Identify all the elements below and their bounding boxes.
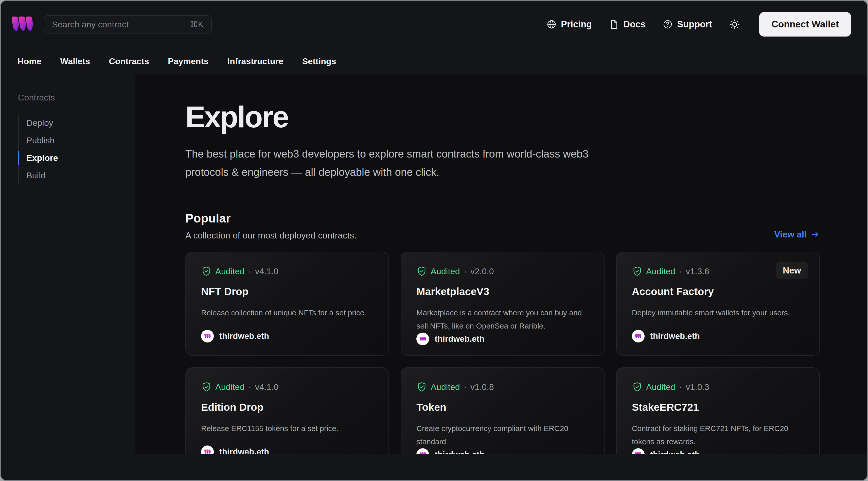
version-label: v1.3.6 — [686, 266, 709, 276]
contract-card-nft-drop[interactable]: Audited · v4.1.0 NFT Drop Release collec… — [185, 252, 389, 356]
shield-check-icon — [201, 382, 212, 392]
card-description: Deploy immutable smart wallets for your … — [632, 306, 804, 320]
sidebar-item-build[interactable]: Build — [19, 167, 125, 184]
shield-check-icon — [416, 382, 427, 392]
audited-badge: Audited — [632, 266, 675, 276]
dot-separator: · — [248, 266, 251, 276]
version-label: v1.0.3 — [686, 382, 709, 392]
card-title: NFT Drop — [201, 285, 373, 298]
tab-home[interactable]: Home — [18, 56, 41, 66]
arrow-right-icon — [811, 230, 820, 239]
thirdweb-mini-logo-icon — [204, 334, 211, 338]
tab-payments[interactable]: Payments — [168, 56, 209, 66]
contract-card-marketplacev3[interactable]: Audited · v2.0.0 MarketplaceV3 Marketpla… — [401, 252, 604, 356]
publisher-link[interactable]: thirdweb.eth — [416, 333, 589, 345]
page-title: Explore — [185, 100, 820, 134]
audited-label: Audited — [215, 266, 244, 276]
shield-check-icon — [416, 266, 427, 276]
publisher-name: thirdweb.eth — [219, 447, 269, 454]
tab-wallets[interactable]: Wallets — [60, 56, 90, 66]
sidebar-item-publish[interactable]: Publish — [19, 132, 125, 149]
support-link[interactable]: Support — [662, 19, 712, 30]
sun-icon — [729, 19, 740, 30]
audited-label: Audited — [646, 266, 675, 276]
tab-settings[interactable]: Settings — [302, 56, 336, 66]
publisher-name: thirdweb.eth — [650, 331, 700, 341]
thirdweb-mini-logo-icon — [635, 334, 642, 338]
tab-contracts[interactable]: Contracts — [109, 56, 149, 66]
version-label: v1.0.8 — [470, 382, 494, 392]
shield-check-icon — [632, 266, 643, 276]
dot-separator: · — [679, 382, 682, 392]
publisher-link[interactable]: thirdweb.eth — [416, 448, 589, 454]
top-nav: Pricing Docs — [546, 12, 851, 36]
version-label: v4.1.0 — [255, 266, 279, 276]
sidebar-group: Deploy Publish Explore Build — [18, 114, 125, 184]
card-description: Release collection of unique NFTs for a … — [201, 306, 373, 320]
version-label: v4.1.0 — [255, 382, 279, 392]
popular-header-row: Popular A collection of our most deploye… — [185, 211, 820, 241]
publisher-link[interactable]: thirdweb.eth — [201, 446, 373, 454]
dot-separator: · — [464, 382, 467, 392]
publisher-avatar — [201, 330, 214, 342]
publisher-avatar — [632, 448, 645, 454]
primary-tab-bar: Home Wallets Contracts Payments Infrastr… — [1, 48, 867, 74]
contract-card-edition-drop[interactable]: Audited · v4.1.0 Edition Drop Release ER… — [185, 367, 389, 454]
globe-icon — [546, 19, 557, 30]
support-label: Support — [677, 19, 712, 30]
contracts-sidebar: Contracts Deploy Publish Explore Build — [1, 74, 135, 454]
tab-infrastructure[interactable]: Infrastructure — [227, 56, 283, 66]
help-icon — [662, 19, 673, 30]
app-window: ⌘K Pricing — [0, 0, 868, 481]
dot-separator: · — [464, 266, 467, 276]
publisher-link[interactable]: thirdweb.eth — [201, 330, 373, 342]
contracts-grid: Audited · v4.1.0 NFT Drop Release collec… — [185, 252, 820, 454]
pricing-label: Pricing — [561, 19, 592, 30]
card-description: Marketplace is a contract where you can … — [416, 306, 589, 333]
card-description: Contract for staking ERC721 NFTs, for ER… — [632, 422, 804, 448]
search-input[interactable] — [52, 20, 185, 29]
docs-icon — [609, 19, 619, 30]
thirdweb-mini-logo-icon — [204, 450, 211, 454]
thirdweb-mini-logo-icon — [420, 337, 426, 341]
thirdweb-logo-icon[interactable] — [11, 16, 34, 32]
top-bar: ⌘K Pricing — [1, 1, 867, 48]
view-all-link[interactable]: View all — [774, 229, 820, 241]
contract-card-token[interactable]: Audited · v1.0.8 Token Create cryptocurr… — [401, 367, 604, 454]
card-description: Release ERC1155 tokens for a set price. — [201, 422, 373, 435]
version-label: v2.0.0 — [470, 266, 494, 276]
card-title: Token — [416, 401, 589, 413]
contract-card-stakeerc721[interactable]: Audited · v1.0.3 StakeERC721 Contract fo… — [616, 367, 820, 454]
publisher-name: thirdweb.eth — [219, 331, 269, 341]
dot-separator: · — [679, 266, 682, 276]
contract-card-account-factory[interactable]: New Audited · v1.3.6 Account Factory Dep… — [616, 252, 820, 356]
publisher-avatar — [416, 333, 429, 345]
audited-badge: Audited — [201, 382, 244, 392]
shield-check-icon — [201, 266, 212, 276]
popular-heading: Popular — [185, 211, 356, 225]
card-description: Create cryptocurrency compliant with ERC… — [416, 422, 589, 448]
publisher-name: thirdweb.eth — [435, 450, 484, 454]
docs-link[interactable]: Docs — [609, 19, 646, 30]
publisher-name: thirdweb.eth — [435, 334, 484, 344]
publisher-avatar — [632, 330, 645, 342]
audited-label: Audited — [646, 382, 675, 392]
audited-badge: Audited — [201, 266, 244, 276]
thirdweb-mini-logo-icon — [420, 452, 426, 454]
sidebar-item-deploy[interactable]: Deploy — [19, 114, 125, 132]
pricing-link[interactable]: Pricing — [546, 19, 592, 30]
sidebar-heading: Contracts — [18, 93, 125, 102]
dot-separator: · — [248, 382, 251, 392]
card-title: Account Factory — [632, 285, 804, 298]
theme-toggle-button[interactable] — [729, 19, 740, 30]
search-box[interactable]: ⌘K — [44, 15, 212, 33]
publisher-link[interactable]: thirdweb.eth — [632, 448, 804, 454]
connect-wallet-button[interactable]: Connect Wallet — [759, 12, 851, 36]
publisher-avatar — [201, 446, 214, 454]
docs-label: Docs — [623, 19, 646, 30]
audited-badge: Audited — [416, 266, 460, 276]
page-subtitle: The best place for web3 developers to ex… — [185, 145, 596, 181]
sidebar-item-explore[interactable]: Explore — [19, 149, 125, 167]
publisher-link[interactable]: thirdweb.eth — [632, 330, 804, 342]
publisher-name: thirdweb.eth — [650, 450, 700, 454]
